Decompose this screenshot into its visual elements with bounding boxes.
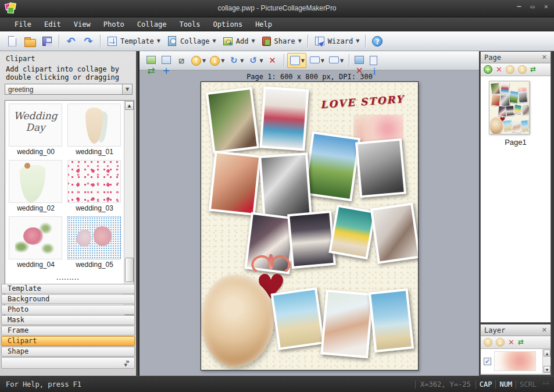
clipart-panel-title: Clipart	[6, 55, 136, 63]
minimize-button[interactable]: –	[517, 2, 521, 10]
resize-frame-button[interactable]: ▼	[327, 54, 345, 67]
properties-button[interactable]: i	[367, 54, 381, 67]
refresh-pages-button[interactable]: ⇄	[530, 65, 536, 74]
menu-edit[interactable]: Edit	[38, 19, 67, 30]
clipart-thumb-wedding-02[interactable]	[9, 160, 62, 203]
resize-grip[interactable]: ∴∴	[542, 382, 552, 391]
page1-thumbnail[interactable]: ♥	[489, 81, 530, 134]
open-button[interactable]	[21, 34, 38, 49]
share-button[interactable]: Share ▼	[258, 34, 305, 49]
panel-splitter[interactable]: ·········	[0, 277, 136, 283]
love-story-text[interactable]: LOVE STORY	[320, 93, 404, 111]
add-button[interactable]: Add ▼	[219, 34, 258, 48]
remove-photo-button[interactable]: ✕	[352, 54, 366, 67]
help-button[interactable]: ?	[369, 34, 386, 49]
photo-shopping-couple[interactable]	[259, 86, 309, 151]
refresh-layers-button[interactable]: ⇄	[518, 338, 524, 347]
bring-forward-button[interactable]: ↑▼	[190, 54, 207, 67]
redo-button[interactable]: ↷	[80, 34, 97, 49]
menu-help[interactable]: Help	[249, 19, 278, 30]
photo-bw-kneeling-man[interactable]	[355, 138, 406, 198]
delete-layer-button[interactable]: ✕	[508, 338, 514, 347]
menu-file[interactable]: File	[8, 19, 38, 30]
clipart-category-select[interactable]: greeting ▼	[5, 84, 133, 95]
category-template[interactable]: Template	[1, 284, 135, 294]
maximize-button[interactable]: ▭	[531, 2, 535, 10]
photo-beach-walk[interactable]	[521, 120, 530, 132]
scroll-up-icon[interactable]: ▲	[544, 350, 551, 357]
clipart-thumb-wedding-05-selected[interactable]	[67, 216, 121, 259]
status-help-text: For Help, press F1	[0, 380, 415, 389]
category-shape[interactable]: Shape	[1, 347, 135, 357]
photo-garden-couple[interactable]	[509, 91, 519, 104]
layer-up-button[interactable]: ↑	[484, 338, 492, 347]
collage-button[interactable]: Collage ▼	[163, 33, 219, 49]
close-button[interactable]: ✕	[544, 2, 548, 10]
crop-button[interactable]: ⧄	[174, 54, 188, 67]
clipart-item: wedding_04	[6, 215, 65, 271]
photo-kissing-couple[interactable]	[206, 87, 259, 154]
add-photo-button[interactable]: +	[159, 54, 173, 67]
photo-garden-couple[interactable]	[303, 131, 360, 202]
photo-beach-walk[interactable]	[369, 288, 414, 353]
delete-button[interactable]: ✕	[266, 54, 280, 67]
chevron-down-icon: ▼	[339, 58, 344, 63]
close-icon[interactable]: ✕	[542, 54, 547, 61]
clipart-thumb-wedding-04[interactable]	[9, 216, 62, 259]
save-button[interactable]	[38, 34, 56, 49]
photo-bw-kneeling-man[interactable]	[518, 92, 527, 103]
photo-white-bride[interactable]	[521, 104, 530, 116]
template-button[interactable]: Template ▼	[103, 34, 163, 49]
new-button[interactable]	[3, 34, 21, 49]
photo-white-bride[interactable]	[370, 202, 419, 263]
rotate-cw-button[interactable]: ↻▼	[227, 54, 245, 67]
photo-kissing-couple[interactable]	[490, 83, 500, 95]
layer-visibility-checkbox[interactable]: ✓	[484, 358, 491, 365]
scroll-up-icon[interactable]: ▲	[125, 101, 134, 110]
menu-options[interactable]: Options	[207, 19, 249, 30]
clipart-item: wedding_02	[6, 158, 65, 215]
menu-tools[interactable]: Tools	[173, 19, 206, 30]
layer-row[interactable]: ✓	[481, 349, 542, 373]
photo-beach-man-yellow[interactable]	[328, 205, 376, 260]
clipart-item: wedding_03	[65, 158, 124, 215]
move-page-up-button[interactable]: ↑	[506, 65, 514, 74]
close-icon[interactable]: ✕	[542, 326, 547, 334]
layer-down-button[interactable]: ↓	[496, 338, 505, 347]
category-clipart-active[interactable]: Clipart	[1, 336, 135, 346]
scroll-down-icon[interactable]: ▼	[544, 366, 551, 373]
photo-smiling-bride[interactable]	[512, 120, 521, 133]
photo-smiling-bride[interactable]	[320, 290, 373, 359]
clipart-thumb-wedding-01[interactable]	[67, 104, 121, 147]
category-mask[interactable]: Mask	[1, 315, 135, 325]
align-distribute-button[interactable]: ▼	[287, 53, 306, 68]
wizard-button[interactable]: Wizard ▼	[311, 34, 363, 48]
delete-page-button[interactable]: ✕	[496, 65, 502, 74]
category-background[interactable]: Background	[1, 294, 135, 304]
swap-photo-button[interactable]: ⇄	[144, 54, 158, 67]
clipart-thumb-wedding-00[interactable]: Wedding Day	[9, 104, 62, 147]
rotate-ccw-button[interactable]: ↺▼	[246, 54, 264, 67]
menu-collage[interactable]: Collage	[131, 19, 173, 30]
add-page-button[interactable]: +	[484, 65, 492, 74]
layer-scrollbar[interactable]: ▲ ▼	[542, 349, 551, 373]
category-frame[interactable]: Frame	[1, 326, 135, 336]
photo-closeup-couple[interactable]	[491, 94, 501, 106]
photo-beach-kiss[interactable]	[271, 287, 325, 350]
menu-photo[interactable]: Photo	[97, 19, 131, 30]
clipart-label: wedding_03	[67, 203, 121, 214]
category-footer-bar[interactable]: » ▼	[1, 357, 135, 369]
photo-shopping-couple[interactable]	[501, 82, 510, 94]
category-photo[interactable]: Photo	[1, 305, 135, 315]
photo-beach-kiss[interactable]	[502, 120, 512, 131]
clipart-thumb-wedding-03[interactable]	[67, 160, 121, 203]
collage-canvas[interactable]: LOVE STORY ♥	[201, 81, 419, 370]
menu-view[interactable]: View	[67, 19, 97, 30]
photo-closeup-couple[interactable]	[209, 151, 261, 216]
photo-bw-laughing-bride[interactable]	[259, 152, 312, 221]
undo-button[interactable]: ↶	[62, 34, 80, 49]
clipart-label: wedding_00	[9, 147, 63, 158]
send-backward-button[interactable]: ↓▼	[208, 54, 226, 67]
fit-photo-button[interactable]: ▼	[308, 54, 326, 67]
move-page-down-button[interactable]: ↓	[518, 65, 527, 74]
